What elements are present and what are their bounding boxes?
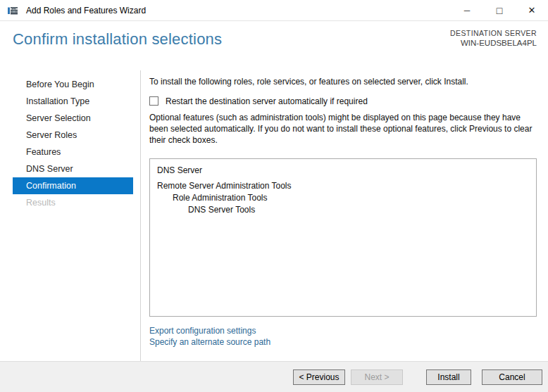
wizard-body: Before You Begin Installation Type Serve… (0, 70, 548, 361)
list-item-dns-server-tools: DNS Server Tools (154, 204, 536, 216)
alternate-source-path-link[interactable]: Specify an alternate source path (149, 336, 270, 348)
destination-server-block: DESTINATION SERVER WIN-EUDSBELA4PL (450, 29, 537, 48)
destination-server-label: DESTINATION SERVER (450, 29, 537, 38)
intro-text: To install the following roles, role ser… (149, 77, 537, 87)
add-roles-features-wizard-window: Add Roles and Features Wizard ─ □ ✕ Conf… (0, 0, 548, 392)
restart-checkbox-label[interactable]: Restart the destination server automatic… (166, 96, 368, 106)
wizard-button-bar: < Previous Next > Install Cancel (0, 361, 548, 392)
next-button[interactable]: Next > (351, 369, 403, 385)
restart-checkbox-row: Restart the destination server automatic… (149, 96, 537, 106)
minimize-icon[interactable]: ─ (451, 0, 483, 21)
sidebar-item-dns-server[interactable]: DNS Server (0, 160, 140, 177)
export-configuration-link[interactable]: Export configuration settings (149, 325, 256, 336)
titlebar: Add Roles and Features Wizard ─ □ ✕ (0, 0, 548, 21)
sidebar-item-results: Results (0, 194, 140, 211)
page-title: Confirm installation selections (13, 30, 222, 49)
wizard-header: Confirm installation selections DESTINAT… (0, 21, 548, 70)
restart-checkbox[interactable] (149, 96, 158, 106)
confirmation-page-content: To install the following roles, role ser… (141, 70, 548, 361)
destination-server-name: WIN-EUDSBELA4PL (450, 38, 537, 48)
footer-links: Export configuration settings Specify an… (149, 325, 537, 348)
window-title: Add Roles and Features Wizard (26, 6, 146, 15)
wizard-steps-sidebar: Before You Begin Installation Type Serve… (0, 70, 141, 361)
list-item-dns-server: DNS Server (154, 165, 536, 177)
optional-features-note: Optional features (such as administratio… (149, 112, 537, 146)
install-button[interactable]: Install (426, 369, 471, 385)
list-item-role-admin-tools: Role Administration Tools (154, 192, 536, 204)
sidebar-item-features[interactable]: Features (0, 144, 140, 160)
list-item-remote-server-admin-tools: Remote Server Administration Tools (154, 180, 536, 192)
sidebar-item-installation-type[interactable]: Installation Type (0, 93, 140, 110)
previous-button[interactable]: < Previous (293, 369, 345, 385)
maximize-icon[interactable]: □ (483, 0, 516, 21)
window-controls: ─ □ ✕ (451, 0, 548, 21)
sidebar-item-server-selection[interactable]: Server Selection (0, 110, 140, 127)
sidebar-item-confirmation[interactable]: Confirmation (13, 177, 133, 194)
wizard-toolbox-icon (7, 5, 18, 16)
sidebar-item-before-you-begin[interactable]: Before You Begin (0, 76, 140, 93)
close-icon[interactable]: ✕ (516, 0, 548, 21)
selected-items-listbox[interactable]: DNS Server Remote Server Administration … (149, 158, 537, 317)
cancel-button[interactable]: Cancel (482, 369, 542, 385)
sidebar-item-server-roles[interactable]: Server Roles (0, 127, 140, 144)
